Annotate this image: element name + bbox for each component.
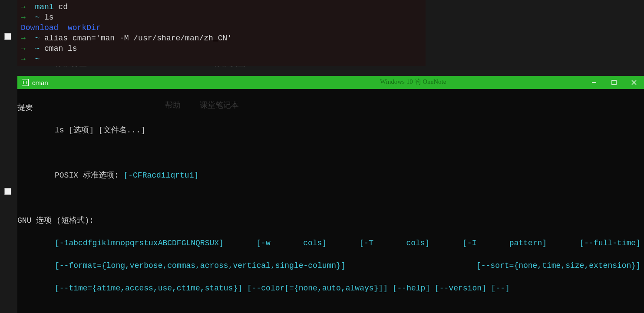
minimize-button[interactable] <box>584 76 604 89</box>
window-controls <box>584 76 644 89</box>
prompt-path: ~ <box>35 34 40 43</box>
command-text: cman ls <box>44 44 77 53</box>
prompt-arrow-icon: → <box>21 13 26 22</box>
terminal-line: → ~ alias cman='man -M /usr/share/man/zh… <box>21 33 422 43</box>
option-text: [-CFRacdilqrtu1] <box>123 171 198 180</box>
section-header: GNU 选项 (短格式): <box>17 215 644 226</box>
prompt-path: ~ <box>35 13 40 22</box>
svg-rect-1 <box>612 80 616 85</box>
window-title: cman <box>32 79 48 86</box>
terminal-line: → man1 cd <box>21 2 422 12</box>
terminal-line: → ~ cman ls <box>21 43 422 54</box>
dir-item: workDir <box>68 23 101 32</box>
prompt-arrow-icon: → <box>21 44 26 53</box>
posix-line: POSIX 标准选项: [-CFRacdilqrtu1] <box>17 170 644 181</box>
prompt-arrow-icon: → <box>21 3 26 11</box>
synopsis: ls [选项] [文件名...] <box>17 125 644 136</box>
gnu-options-line: [--format={long,verbose,commas,across,ve… <box>17 260 644 271</box>
command-text: alias cman='man -M /usr/share/man/zh_CN' <box>44 34 232 43</box>
man-window: cman Windows 10 的 OneNote 提要 ls [选项] [文件… <box>17 76 644 313</box>
titlebar[interactable]: cman Windows 10 的 OneNote <box>17 76 644 89</box>
man-page-content[interactable]: 提要 ls [选项] [文件名...] POSIX 标准选项: [-CFRacd… <box>17 89 644 313</box>
checkbox-1[interactable] <box>4 33 11 40</box>
prompt-arrow-icon: → <box>21 55 26 63</box>
command-text: cd <box>58 3 68 11</box>
prompt-path: ~ <box>35 55 40 63</box>
prompt-arrow-icon: → <box>21 34 26 43</box>
terminal-line: → ~ ls <box>21 12 422 23</box>
terminal-top[interactable]: → man1 cd → ~ ls Download workDir → ~ al… <box>17 0 426 66</box>
gnu-options-line: [--time={atime,access,use,ctime,status}]… <box>17 283 644 294</box>
gnu-options-line: [-1abcdfgiklmnopqrstuxABCDFGLNQRSUX] [-w… <box>17 237 644 249</box>
prompt-path: man1 <box>35 3 53 11</box>
dir-item: Download <box>21 23 58 32</box>
terminal-line: → ~ <box>21 54 422 64</box>
terminal-output: Download workDir <box>21 23 422 33</box>
posix-label: POSIX 标准选项: <box>55 171 119 180</box>
maximize-button[interactable] <box>604 76 624 89</box>
section-header: 提要 <box>17 102 644 113</box>
close-button[interactable] <box>624 76 644 89</box>
checkbox-2[interactable] <box>4 188 11 195</box>
app-icon <box>22 79 29 86</box>
ghost-text: Windows 10 的 OneNote <box>380 78 446 86</box>
command-text: ls <box>44 13 54 22</box>
prompt-path: ~ <box>35 44 40 53</box>
